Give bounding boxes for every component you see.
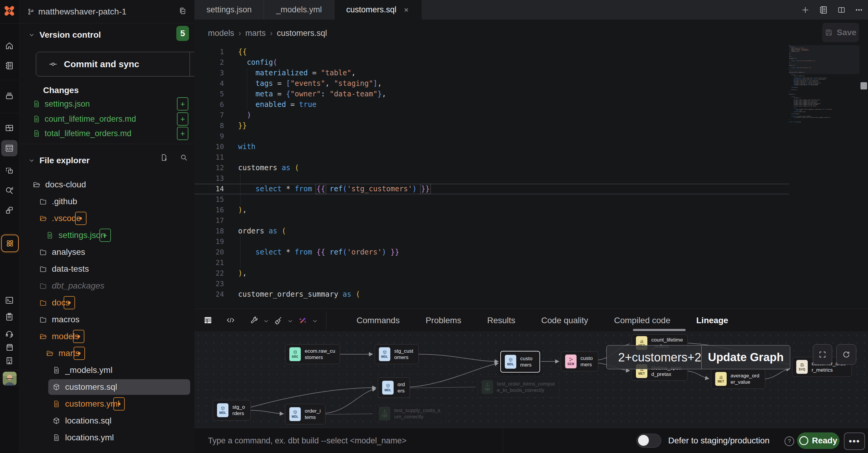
tree-item-data-tests[interactable]: data-tests: [19, 261, 194, 277]
code-line-6[interactable]: 6 enabled = true: [194, 99, 789, 110]
defer-toggle[interactable]: [637, 434, 661, 448]
code-icon[interactable]: [226, 316, 235, 325]
lineage-node-test_order_items_compute_to_bools_correctly[interactable]: TST test_order_items_compute_to_bools_co…: [477, 377, 559, 397]
panel-tab-Code quality[interactable]: Code quality: [532, 309, 597, 332]
version-control-header[interactable]: Version control 5: [19, 27, 194, 43]
tree-item-docs[interactable]: docs•: [19, 295, 194, 311]
lineage-node-order_items[interactable]: MDL order_items: [285, 404, 326, 424]
code-editor-icon[interactable]: [1, 140, 18, 156]
commit-and-sync-button[interactable]: Commit and sync: [36, 52, 209, 76]
tab-customers.sql[interactable]: customers.sql: [334, 0, 422, 20]
help-icon[interactable]: ?: [784, 436, 794, 446]
modified-badge[interactable]: •: [75, 212, 87, 225]
stage-file-button[interactable]: +: [177, 112, 188, 126]
dbt-logo-icon[interactable]: [3, 5, 16, 17]
user-avatar[interactable]: [3, 372, 17, 386]
lineage-node-customers[interactable]: MDL customers: [500, 351, 540, 373]
status-ready-badge[interactable]: Ready: [797, 432, 839, 449]
tree-item-customers.yml[interactable]: customers.yml•: [19, 396, 194, 412]
copilot-icon[interactable]: [299, 316, 307, 325]
code-line-24[interactable]: 24customer_orders_summary as (: [194, 289, 789, 300]
atom-icon[interactable]: [1, 235, 19, 252]
stage-file-button[interactable]: +: [177, 127, 188, 140]
lineage-node-test_supply_costs_sum_correctly[interactable]: TST test_supply_costs_sum_correctly: [375, 404, 446, 423]
lineage-selector-input[interactable]: 2+customers+2: [607, 346, 701, 369]
tree-item-customers.sql[interactable]: customers.sql: [19, 379, 194, 395]
clipboard-icon[interactable]: [1, 309, 18, 325]
drawer-icon[interactable]: [1, 88, 18, 104]
tree-item-docs-cloud[interactable]: docs-cloud: [19, 176, 194, 193]
tree-item-models[interactable]: models•: [19, 328, 194, 345]
code-line-7[interactable]: 7 ): [194, 110, 789, 121]
breadcrumb-item[interactable]: customers.sql: [277, 29, 327, 38]
code-line-17[interactable]: 17: [194, 215, 789, 226]
modified-badge[interactable]: •: [113, 397, 125, 411]
tree-item-analyses[interactable]: analyses: [19, 244, 194, 260]
new-tab-icon[interactable]: [801, 6, 809, 14]
notebook-icon[interactable]: [1, 58, 18, 74]
changed-file-total_lifetime_orders.md[interactable]: total_lifetime_orders.md +: [19, 126, 194, 141]
code-line-22[interactable]: 22),: [194, 268, 789, 279]
panel-tab-Lineage[interactable]: Lineage: [687, 309, 737, 332]
editor-minimap[interactable]: {{ config( materialized = "table", tags …: [789, 45, 860, 262]
tree-item-settings.json[interactable]: settings.json+: [19, 227, 194, 244]
editor-scrollbar[interactable]: [861, 82, 867, 90]
tree-item-locations.sql[interactable]: locations.sql: [19, 413, 194, 429]
insights-search-icon[interactable]: [1, 182, 18, 198]
breadcrumb-item[interactable]: marts: [245, 29, 266, 38]
update-graph-button[interactable]: Update Graph: [702, 346, 790, 369]
save-button[interactable]: Save: [822, 23, 859, 42]
code-line-18[interactable]: 18orders as (: [194, 226, 789, 236]
more-options-icon[interactable]: [855, 6, 863, 14]
code-line-2[interactable]: 2 config(: [194, 57, 789, 68]
lineage-node-average_order_value[interactable]: MET average_order_value: [711, 369, 765, 389]
notebook-icon[interactable]: [818, 5, 828, 15]
code-line-20[interactable]: 20 select * from {{ ref('orders') }}: [194, 247, 789, 258]
tree-item-locations.yml[interactable]: locations.yml: [19, 429, 194, 446]
lineage-node-customers[interactable]: SEM customers: [561, 352, 598, 371]
refresh-graph-button[interactable]: [836, 344, 856, 365]
stage-file-button[interactable]: +: [177, 97, 188, 110]
tab-_models.yml[interactable]: _models.yml: [264, 0, 334, 20]
tree-item-macros[interactable]: macros: [19, 312, 194, 328]
broom-icon[interactable]: [274, 316, 283, 325]
split-view-icon[interactable]: [837, 6, 846, 14]
tree-item-.vscode[interactable]: .vscode•: [19, 210, 194, 226]
tree-item-dbt_packages[interactable]: dbt_packages: [19, 278, 194, 294]
code-line-19[interactable]: 19: [194, 236, 789, 247]
code-line-21[interactable]: 21: [194, 258, 789, 268]
code-line-10[interactable]: 10with: [194, 141, 789, 152]
tree-item-.github[interactable]: .github: [19, 193, 194, 209]
lineage-node-stg_customers[interactable]: MDL stg_customers: [375, 344, 418, 364]
home-icon[interactable]: [1, 38, 18, 54]
code-line-4[interactable]: 4 tags = ["events", "staging"],: [194, 78, 789, 89]
code-line-11[interactable]: 11: [194, 152, 789, 163]
chevron-down-icon[interactable]: [262, 318, 270, 325]
tree-item-marts[interactable]: marts•: [19, 345, 194, 361]
modified-badge[interactable]: •: [73, 330, 84, 343]
code-line-5[interactable]: 5 meta = {"owner": "data-team"},: [194, 89, 789, 99]
command-input[interactable]: Type a command, ex. dbt build --select <…: [208, 428, 407, 453]
changed-file-settings.json[interactable]: settings.json +: [19, 96, 194, 111]
dashboard-grid-icon[interactable]: [1, 120, 18, 136]
chevron-down-icon[interactable]: [287, 318, 294, 325]
table-icon[interactable]: [204, 316, 213, 325]
panel-tab-Results[interactable]: Results: [478, 309, 524, 332]
code-line-9[interactable]: 9: [194, 131, 789, 141]
terminal-icon[interactable]: [1, 292, 18, 309]
panel-tab-Commands[interactable]: Commands: [348, 309, 408, 332]
search-icon[interactable]: [180, 154, 188, 161]
new-file-icon[interactable]: [160, 154, 168, 161]
code-line-12[interactable]: 12customers as (: [194, 163, 789, 173]
lineage-canvas[interactable]: SRC ecom.raw_customers MDL stg_customers…: [194, 331, 868, 428]
org-icon[interactable]: [1, 352, 18, 369]
code-line-3[interactable]: 3 materialized = "table",: [194, 68, 789, 78]
breadcrumb-item[interactable]: models: [208, 29, 234, 38]
tree-item-_models.yml[interactable]: _models.yml: [19, 362, 194, 378]
close-icon[interactable]: [403, 7, 410, 13]
wrench-icon[interactable]: [250, 316, 258, 325]
modified-badge[interactable]: •: [73, 347, 85, 360]
code-line-14[interactable]: 14 select * from {{ ref('stg_customers')…: [194, 184, 789, 194]
lineage-node-ecom.raw_customers[interactable]: SRC ecom.raw_customers: [285, 344, 340, 364]
code-line-23[interactable]: 23: [194, 279, 789, 289]
